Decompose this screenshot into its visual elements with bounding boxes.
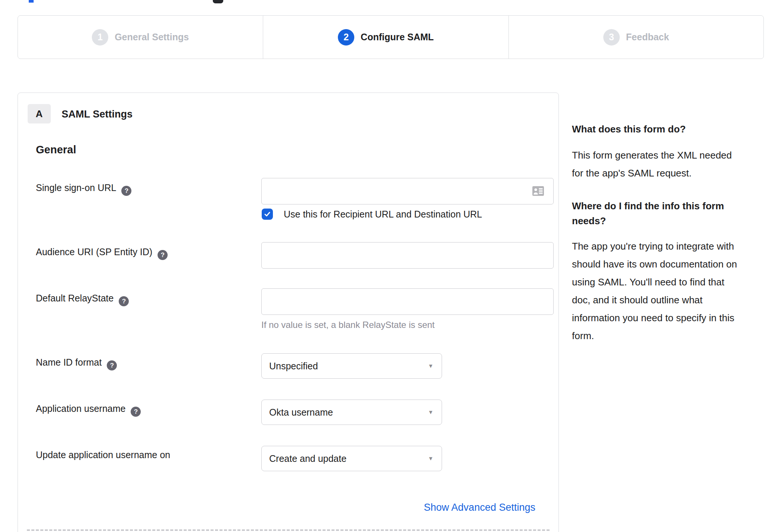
step-2-label: Configure SAML xyxy=(361,32,434,43)
chevron-down-icon: ▼ xyxy=(428,446,433,471)
update-app-username-value: Create and update xyxy=(269,446,346,471)
help-icon[interactable]: ? xyxy=(131,407,141,417)
step-configure-saml[interactable]: 2 Configure SAML xyxy=(263,16,508,59)
name-id-format-row: Name ID format? Unspecified ▼ xyxy=(36,353,558,379)
default-relaystate-label: Default RelayState? xyxy=(36,293,129,306)
checkmark-icon xyxy=(264,210,271,218)
help-panel: What does this form do? This form genera… xyxy=(572,122,774,345)
audience-uri-label: Audience URI (SP Entity ID)? xyxy=(36,247,168,260)
audience-uri-input-wrap xyxy=(261,242,554,269)
application-username-select[interactable]: Okta username ▼ xyxy=(261,400,442,425)
cut-off-blue-fragment xyxy=(29,0,34,3)
show-advanced-settings-link[interactable]: Show Advanced Settings xyxy=(424,502,535,513)
help-icon[interactable]: ? xyxy=(119,296,129,306)
update-app-username-row: Update application username on Create an… xyxy=(36,446,558,471)
name-id-format-label: Name ID format? xyxy=(36,357,117,370)
audience-uri-input[interactable] xyxy=(261,242,554,269)
update-app-username-label: Update application username on xyxy=(36,450,170,460)
wizard-stepper: 1 General Settings 2 Configure SAML 3 Fe… xyxy=(18,15,764,59)
section-title: SAML Settings xyxy=(62,109,133,120)
help-icon[interactable]: ? xyxy=(107,360,117,370)
chevron-down-icon: ▼ xyxy=(428,400,433,425)
default-relaystate-hint: If no value is set, a blank RelayState i… xyxy=(261,320,435,330)
sso-url-input-wrap xyxy=(261,178,554,204)
application-username-label: Application username? xyxy=(36,403,141,417)
step-general-settings[interactable]: 1 General Settings xyxy=(18,16,263,59)
help-question-1: What does this form do? xyxy=(572,122,774,137)
help-icon[interactable]: ? xyxy=(121,186,131,196)
name-id-format-value: Unspecified xyxy=(269,354,318,378)
help-answer-1: This form generates the XML needed for t… xyxy=(572,146,774,182)
name-id-format-select[interactable]: Unspecified ▼ xyxy=(261,353,442,379)
step-2-number-badge: 2 xyxy=(338,29,354,46)
card-dashed-divider xyxy=(27,529,550,531)
sso-url-row: Single sign-on URL? xyxy=(36,178,558,204)
recipient-url-checkbox[interactable] xyxy=(262,209,273,220)
default-relaystate-input-wrap xyxy=(261,288,554,315)
help-answer-2: The app you're trying to integrate with … xyxy=(572,237,774,345)
update-app-username-select[interactable]: Create and update ▼ xyxy=(261,446,442,471)
chevron-down-icon: ▼ xyxy=(428,354,433,378)
step-3-number-badge: 3 xyxy=(603,29,620,46)
sso-url-label: Single sign-on URL? xyxy=(36,182,131,196)
section-a-badge: A xyxy=(28,104,51,123)
step-3-label: Feedback xyxy=(626,32,669,43)
configure-saml-page: 1 General Settings 2 Configure SAML 3 Fe… xyxy=(0,0,781,532)
help-icon[interactable]: ? xyxy=(158,250,168,260)
saml-settings-card: A SAML Settings General Single sign-on U… xyxy=(18,93,559,532)
recipient-url-checkbox-label: Use this for Recipient URL and Destinati… xyxy=(284,209,482,220)
cut-off-dark-fragment xyxy=(213,0,223,3)
step-feedback[interactable]: 3 Feedback xyxy=(508,16,763,59)
step-1-label: General Settings xyxy=(115,32,189,43)
sso-url-input[interactable] xyxy=(261,178,554,204)
step-1-number-badge: 1 xyxy=(92,29,108,46)
help-question-2: Where do I find the info this form needs… xyxy=(572,198,774,228)
general-group-heading: General xyxy=(36,144,76,156)
application-username-value: Okta username xyxy=(269,400,333,425)
application-username-row: Application username? Okta username ▼ xyxy=(36,400,558,425)
default-relaystate-input[interactable] xyxy=(261,288,554,315)
